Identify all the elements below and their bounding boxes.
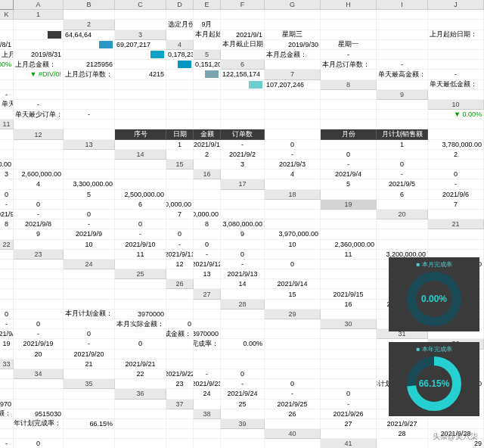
cell-G20[interactable]: 8 [194,219,221,229]
cell-E16[interactable]: 0 [428,170,484,179]
cell-G28[interactable]: 本月计划金额： [64,310,115,319]
cell-B12[interactable]: 序号 [115,129,166,139]
cell-F7[interactable] [64,80,115,90]
cell-J10[interactable] [377,110,428,120]
cell-B11[interactable] [64,120,115,129]
cell-E4[interactable] [377,40,428,50]
row-header-35[interactable]: 35 [64,379,115,389]
cell-H3[interactable]: 2019/8/1 [0,40,14,50]
col-header-D[interactable]: D [166,0,194,10]
cell-J16[interactable] [166,179,194,189]
col-header-G[interactable]: G [265,0,321,10]
cell-G33[interactable] [265,359,321,369]
cell-G9[interactable] [194,100,221,110]
row-header-13[interactable]: 13 [64,140,115,150]
cell-F5[interactable]: ▼ 0.00% [0,60,14,70]
row-header-38[interactable]: 38 [194,409,221,419]
cell-D16[interactable]: - [377,170,428,179]
cell-I11[interactable] [377,120,428,129]
cell-G10[interactable] [221,110,265,120]
cell-D17[interactable]: - [428,179,484,189]
cell-F9[interactable] [166,100,194,110]
cell-J5[interactable] [166,60,194,70]
cell-B15[interactable]: 3 [221,160,265,170]
cell-D9[interactable] [64,100,115,110]
cell-A9[interactable] [428,90,484,100]
cell-D21[interactable]: - [115,229,166,239]
cell-K18[interactable] [265,200,321,210]
cell-A10[interactable] [0,110,14,120]
cell-A16[interactable] [221,170,265,179]
cell-E21[interactable]: 0 [166,229,194,239]
cell-I26[interactable] [64,289,115,299]
cell-H8[interactable] [194,90,221,100]
row-header-12[interactable]: 12 [14,129,64,139]
cell-A41[interactable] [377,439,428,448]
cell-H6[interactable]: 4215 [115,70,166,79]
cell-K33[interactable] [0,369,14,379]
cell-E11[interactable] [194,120,221,129]
cell-C6[interactable]: - [377,60,428,70]
cell-G19[interactable]: 7 [166,210,194,219]
cell-H11[interactable] [321,120,377,129]
cell-C22[interactable]: 2021/9/10 [115,240,166,250]
cell-E3[interactable] [321,30,377,40]
row-header-6[interactable]: 6 [221,60,265,70]
cell-K28[interactable] [221,310,265,319]
cell-I7[interactable] [194,80,221,90]
cell-I28[interactable] [166,310,194,319]
cell-D3[interactable]: 星期三 [265,30,321,40]
cell-K35[interactable] [64,389,115,399]
cell-A38[interactable] [221,409,265,419]
cell-G22[interactable]: 10 [265,240,321,250]
cell-J24[interactable] [14,269,64,279]
cell-A6[interactable] [265,60,321,70]
cell-F13[interactable] [321,140,377,150]
cell-A28[interactable] [265,300,321,310]
cell-H10[interactable] [265,110,321,120]
cell-J27[interactable] [166,300,194,310]
cell-B24[interactable]: 12 [166,260,194,269]
cell-B31[interactable]: 19 [0,339,14,349]
cell-I12[interactable] [428,129,484,139]
cell-J23[interactable] [0,260,14,269]
cell-F21[interactable] [194,229,221,239]
cell-A13[interactable] [115,140,166,150]
cell-K1[interactable] [14,20,64,30]
cell-G11[interactable] [265,120,321,129]
row-header-22[interactable]: 22 [0,240,14,250]
cell-J19[interactable] [265,210,321,219]
cell-E35[interactable]: 0 [265,379,321,389]
row-header-37[interactable]: 37 [166,400,194,409]
cell-A32[interactable] [0,350,14,359]
cell-F10[interactable] [194,110,221,120]
cell-H4[interactable]: 2019/8/31 [14,50,64,60]
cell-J8[interactable] [265,90,321,100]
cell-A29[interactable] [321,310,377,319]
cell-H16[interactable]: 3,300,000.00 [64,179,115,189]
cell-B13[interactable]: 1 [166,140,194,150]
cell-I32[interactable] [321,350,377,359]
cell-B28[interactable]: 16 [321,300,377,310]
cell-E19[interactable]: 0 [64,210,115,219]
row-header-14[interactable]: 14 [115,150,166,160]
cell-D24[interactable]: - [221,260,265,269]
cell-F27[interactable] [0,300,14,310]
cell-B26[interactable]: 14 [221,279,265,289]
cell-E7[interactable] [14,80,64,90]
row-header-20[interactable]: 20 [377,210,428,219]
cell-H40[interactable] [166,439,194,448]
cell-E1[interactable] [221,10,265,20]
cell-A2[interactable] [115,20,166,30]
row-header-26[interactable]: 26 [166,279,194,289]
cell-G5[interactable]: 上月总金额： [14,60,64,70]
cell-B10[interactable]: 单天最少订单： [14,110,64,120]
cell-D7[interactable] [0,80,14,90]
cell-E36[interactable]: 0 [321,389,377,399]
cell-F11[interactable] [221,120,265,129]
cell-D29[interactable]: - [0,319,14,329]
cell-I5[interactable] [115,60,166,70]
cell-G7[interactable] [115,80,166,90]
cell-D23[interactable]: - [194,250,221,260]
cell-H38[interactable]: 66.15% [64,419,115,429]
